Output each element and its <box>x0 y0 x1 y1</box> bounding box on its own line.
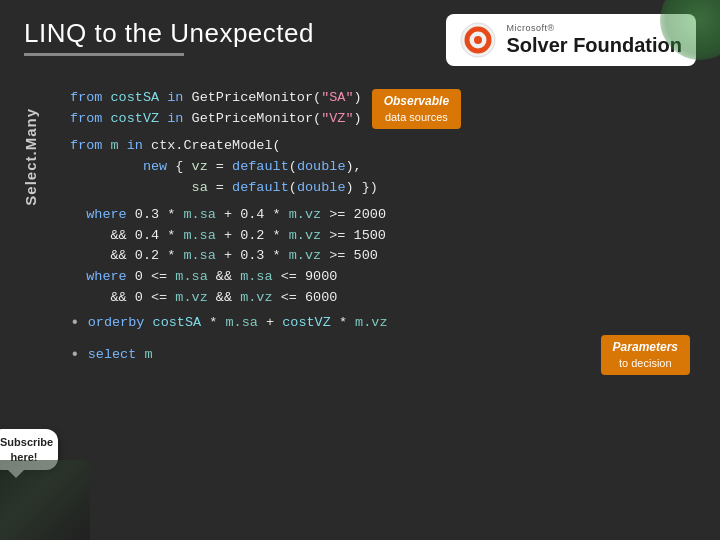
code-group-3: where 0.3 * m.sa + 0.4 * m.vz >= 2000 &&… <box>70 205 700 310</box>
code-group-2: from m in ctx.CreateModel( new { vz = de… <box>70 136 700 199</box>
cost-vz: costVZ <box>111 109 160 130</box>
observable-sub: data sources <box>385 110 448 124</box>
solver-foundation-label: Solver Foundation <box>506 34 682 56</box>
parameters-tag: Parameters to decision <box>601 335 690 375</box>
bullet-dot-1: • <box>70 311 80 335</box>
solver-text-block: Microsoft® Solver Foundation <box>506 24 682 56</box>
method-2: GetPriceMonitor( <box>192 109 322 130</box>
code-line-8: && 0.2 * m.sa + 0.3 * m.vz >= 500 <box>70 246 700 267</box>
solver-icon <box>460 22 496 58</box>
kw-from-1: from <box>70 88 102 109</box>
str-sa: "SA" <box>321 88 353 109</box>
code-line-12: • select m <box>70 343 153 367</box>
code-lines-1: from costSA in GetPriceMonitor( "SA" ) f… <box>70 88 362 130</box>
code-line-2: from costVZ in GetPriceMonitor( "VZ" ) <box>70 109 362 130</box>
code-line-4: new { vz = default ( double ), <box>70 157 700 178</box>
code-line-6: where 0.3 * m.sa + 0.4 * m.vz >= 2000 <box>70 205 700 226</box>
bullet-dot-2: • <box>70 343 80 367</box>
svg-point-2 <box>474 36 482 44</box>
last-row: • select m Parameters to decision <box>70 335 700 375</box>
cost-sa: costSA <box>111 88 160 109</box>
solver-foundation-logo: Microsoft® Solver Foundation <box>446 14 696 66</box>
select-many-label: Select.Many <box>22 108 39 206</box>
code-group-4: • orderby costSA * m.sa + costVZ * m.vz … <box>70 311 700 375</box>
code-line-10: && 0 <= m.vz && m.vz <= 6000 <box>70 288 700 309</box>
code-line-1: from costSA in GetPriceMonitor( "SA" ) <box>70 88 362 109</box>
method-1: GetPriceMonitor( <box>192 88 322 109</box>
method-2-close: ) <box>354 109 362 130</box>
code-line-5: sa = default ( double ) }) <box>70 178 700 199</box>
kw-from-2: from <box>70 109 102 130</box>
code-area: from costSA in GetPriceMonitor( "SA" ) f… <box>60 78 720 530</box>
microsoft-label: Microsoft® <box>506 24 682 34</box>
observable-tag: Observable data sources <box>372 89 461 129</box>
building-silhouette <box>0 460 90 540</box>
main-content: Select.Many Subscribehere! from costSA i… <box>0 78 720 540</box>
code-line-11: • orderby costSA * m.sa + costVZ * m.vz <box>70 311 700 335</box>
code-line-7: && 0.4 * m.sa + 0.2 * m.vz >= 1500 <box>70 226 700 247</box>
kw-in-2: in <box>167 109 183 130</box>
title-underline <box>24 53 184 56</box>
header: LINQ to the Unexpected Microsoft® Solver… <box>0 0 720 78</box>
parameters-label: Parameters <box>613 340 678 356</box>
parameters-sub: to decision <box>619 356 672 370</box>
slide-title: LINQ to the Unexpected <box>24 18 314 49</box>
kw-in-1: in <box>167 88 183 109</box>
code-line-3: from m in ctx.CreateModel( <box>70 136 700 157</box>
title-block: LINQ to the Unexpected <box>24 18 314 56</box>
observable-label: Observable <box>384 94 449 110</box>
code-group-1: from costSA in GetPriceMonitor( "SA" ) f… <box>70 88 700 130</box>
method-1-close: ) <box>354 88 362 109</box>
slide: LINQ to the Unexpected Microsoft® Solver… <box>0 0 720 540</box>
str-vz: "VZ" <box>321 109 353 130</box>
code-line-9: where 0 <= m.sa && m.sa <= 9000 <box>70 267 700 288</box>
